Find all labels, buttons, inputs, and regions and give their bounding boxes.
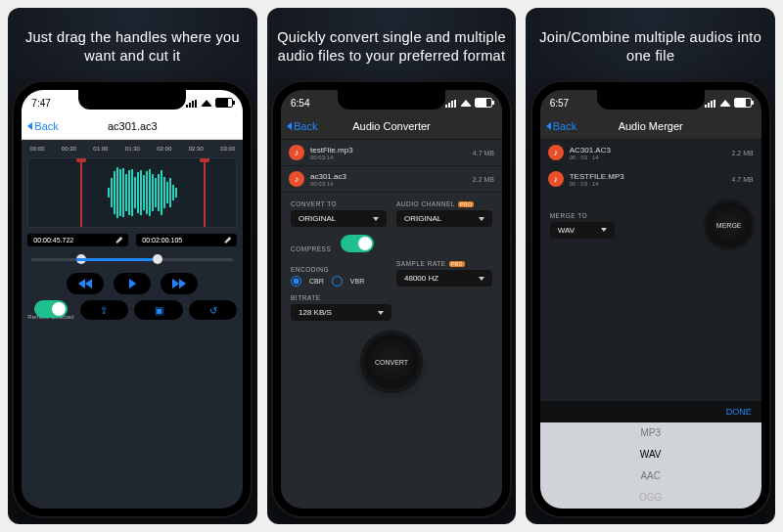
signal-icon bbox=[705, 99, 716, 107]
chevron-left-icon bbox=[546, 122, 551, 130]
timeline-ticks: 00:0000:3001:0001:3002:0002:3003:00 bbox=[27, 144, 237, 152]
caret-down-icon bbox=[601, 228, 607, 232]
end-time-field[interactable]: 00:02:00.105 bbox=[136, 234, 237, 246]
picker-option-selected[interactable]: WAV bbox=[540, 444, 761, 466]
play-icon bbox=[129, 279, 136, 288]
wifi-icon bbox=[460, 100, 472, 107]
back-button[interactable]: Back bbox=[546, 120, 576, 132]
sample-rate-select[interactable]: 48000 HZ bbox=[396, 270, 492, 287]
file-row[interactable]: ♪ testFile.mp300:03:14 4.7 MB bbox=[281, 140, 502, 166]
panel-audio-cutter: Just drag the handles where you want and… bbox=[8, 8, 257, 524]
nav-bar: Back Audio Converter bbox=[281, 113, 502, 140]
picker-option[interactable]: OGG bbox=[540, 487, 761, 509]
nav-title: Audio Converter bbox=[352, 120, 431, 132]
format-picker[interactable]: MP3 WAV AAC OGG bbox=[540, 422, 761, 509]
panel-audio-converter: Quickly convert single and multiple audi… bbox=[267, 8, 517, 524]
phone-frame-3: 6:57 Back Audio Merger ♪ AC301.AC300 : 0… bbox=[532, 82, 769, 516]
battery-icon bbox=[215, 98, 233, 108]
remove-selected-toggle[interactable] bbox=[34, 300, 68, 318]
range-slider[interactable] bbox=[31, 258, 233, 261]
picker-option[interactable]: AAC bbox=[540, 466, 761, 487]
compress-toggle[interactable] bbox=[341, 235, 374, 252]
nav-bar: Back Audio Merger bbox=[540, 113, 761, 140]
status-time: 6:54 bbox=[291, 98, 309, 109]
merge-to-select[interactable]: WAV bbox=[550, 222, 615, 239]
undo-button[interactable]: ↺ bbox=[189, 300, 238, 320]
picker-option[interactable]: MP3 bbox=[540, 422, 761, 444]
file-row[interactable]: ♪ TESTFILE.MP300 : 03 : 14 4.7 MB bbox=[540, 166, 761, 193]
play-button[interactable] bbox=[114, 273, 151, 294]
nav-title: ac301.ac3 bbox=[108, 120, 158, 132]
waveform-icon bbox=[80, 166, 205, 219]
music-icon: ♪ bbox=[548, 145, 564, 160]
phone-frame-1: 7:47 Back ac301.ac3 00:0000:3001:0001:30… bbox=[14, 82, 251, 516]
chevron-left-icon bbox=[287, 122, 292, 130]
tagline-converter: Quickly convert single and multiple audi… bbox=[275, 20, 509, 74]
caret-down-icon bbox=[373, 217, 379, 221]
merge-button[interactable]: MERGE bbox=[707, 202, 752, 247]
phone-frame-2: 6:54 Back Audio Converter ♪ testFile.mp3… bbox=[273, 82, 510, 516]
back-button[interactable]: Back bbox=[27, 120, 58, 132]
tagline-merger: Join/Combine multiple audios into one fi… bbox=[533, 20, 767, 74]
convert-button[interactable]: CONVERT bbox=[364, 334, 419, 389]
pro-badge: PRO bbox=[449, 261, 465, 267]
music-icon: ♪ bbox=[548, 171, 564, 187]
waveform[interactable] bbox=[27, 157, 237, 228]
notch-icon bbox=[78, 90, 186, 110]
battery-icon bbox=[734, 98, 752, 108]
caret-down-icon bbox=[479, 277, 484, 281]
battery-icon bbox=[475, 98, 492, 108]
rewind-button[interactable] bbox=[67, 273, 104, 294]
panel-audio-merger: Join/Combine multiple audios into one fi… bbox=[526, 8, 775, 524]
encoding-cbr-radio[interactable] bbox=[291, 276, 301, 287]
convert-to-select[interactable]: ORIGINAL bbox=[291, 210, 387, 227]
wifi-icon bbox=[719, 100, 731, 107]
file-row[interactable]: ♪ AC301.AC300 : 03 : 14 2.2 MB bbox=[540, 140, 761, 166]
done-button[interactable]: DONE bbox=[540, 401, 761, 422]
status-time: 7:47 bbox=[31, 98, 50, 109]
tagline-cutter: Just drag the handles where you want and… bbox=[16, 20, 250, 74]
caret-down-icon bbox=[378, 311, 384, 315]
nav-title: Audio Merger bbox=[619, 120, 683, 132]
music-icon: ♪ bbox=[289, 145, 304, 160]
bitrate-select[interactable]: 128 KB/S bbox=[291, 304, 392, 321]
signal-icon bbox=[445, 99, 457, 107]
pencil-icon bbox=[115, 237, 122, 244]
caret-down-icon bbox=[479, 217, 484, 221]
music-icon: ♪ bbox=[289, 171, 304, 187]
nav-bar: Back ac301.ac3 bbox=[22, 113, 243, 140]
notch-icon bbox=[338, 90, 445, 110]
status-time: 6:57 bbox=[550, 98, 569, 109]
chevron-left-icon bbox=[27, 122, 32, 130]
audio-channel-select[interactable]: ORIGINAL bbox=[396, 210, 492, 227]
file-row[interactable]: ♪ ac301.ac300:03:14 2.2 MB bbox=[281, 166, 502, 193]
pro-badge: PRO bbox=[458, 201, 474, 207]
wifi-icon bbox=[201, 100, 212, 107]
notch-icon bbox=[597, 90, 705, 110]
encoding-vbr-radio[interactable] bbox=[332, 276, 343, 287]
share-button[interactable]: ⇪ bbox=[80, 300, 129, 320]
start-time-field[interactable]: 00:00:45.722 bbox=[27, 234, 128, 246]
pencil-icon bbox=[224, 237, 231, 244]
forward-button[interactable] bbox=[161, 273, 198, 294]
signal-icon bbox=[186, 99, 198, 107]
back-button[interactable]: Back bbox=[287, 120, 317, 132]
save-button[interactable]: ▣ bbox=[134, 300, 183, 320]
